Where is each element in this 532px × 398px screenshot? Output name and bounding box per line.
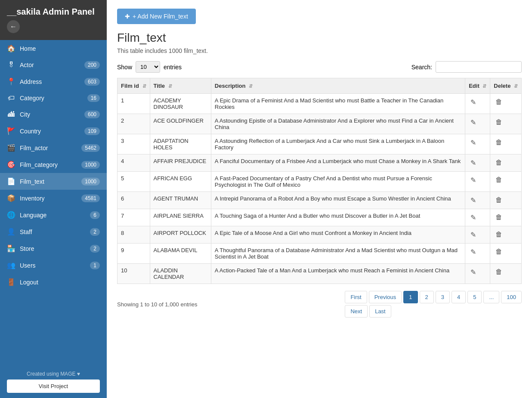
nav-left: 📦 Inventory xyxy=(7,194,45,202)
delete-button[interactable]: 🗑 xyxy=(494,158,504,167)
badge-actor: 200 xyxy=(84,61,100,69)
delete-button[interactable]: 🗑 xyxy=(494,213,504,222)
sidebar-label-category: Category xyxy=(20,95,44,102)
nav-left: 🏪 Store xyxy=(7,244,34,253)
sidebar-item-country[interactable]: 🚩 Country 109 xyxy=(0,123,107,139)
badge-staff: 2 xyxy=(90,228,100,236)
sidebar-label-film_actor: Film_actor xyxy=(20,145,48,151)
cell-edit: ✎ xyxy=(465,94,490,114)
page-btn-1[interactable]: 1 xyxy=(403,291,418,303)
sidebar-item-address[interactable]: 📍 Address 603 xyxy=(0,73,107,90)
sidebar-header: __sakila Admin Panel ← xyxy=(0,0,107,40)
sidebar-label-country: Country xyxy=(20,128,41,135)
cell-film-id: 7 xyxy=(118,209,150,226)
col-description[interactable]: Description ⇵ xyxy=(211,78,465,94)
sidebar-item-logout[interactable]: 🚪 Logout xyxy=(0,274,107,290)
cell-delete: 🗑 xyxy=(490,209,522,226)
delete-button[interactable]: 🗑 xyxy=(494,230,504,239)
nav-left: 👥 Users xyxy=(7,261,36,269)
page-btn-3[interactable]: 3 xyxy=(436,291,450,303)
cell-film-id: 1 xyxy=(118,94,150,114)
col-film-id[interactable]: Film id ⇵ xyxy=(118,78,150,94)
page-btn-Previous[interactable]: Previous xyxy=(369,291,402,303)
search-input[interactable] xyxy=(436,61,522,73)
logout-icon: 🚪 xyxy=(7,278,15,286)
cell-title: ACADEMY DINOSAUR xyxy=(150,94,211,114)
sidebar-item-film_category[interactable]: 🎯 Film_category 1000 xyxy=(0,156,107,173)
nav-left: 📍 Address xyxy=(7,77,42,86)
cell-film-id: 8 xyxy=(118,226,150,244)
edit-button[interactable]: ✎ xyxy=(469,195,478,205)
cell-description: A Astounding Reflection of a Lumberjack … xyxy=(211,134,465,154)
sidebar-item-home[interactable]: 🏠 Home xyxy=(0,40,107,57)
cell-edit: ✎ xyxy=(465,264,490,284)
page-btn-100[interactable]: 100 xyxy=(501,291,522,303)
delete-button[interactable]: 🗑 xyxy=(494,138,504,147)
edit-button[interactable]: ✎ xyxy=(469,230,478,240)
cell-edit: ✎ xyxy=(465,226,490,244)
cell-description: A Touching Saga of a Hunter And a Butler… xyxy=(211,209,465,226)
table-controls: Show 10 25 50 100 entries Search: xyxy=(117,61,522,73)
badge-film_category: 1000 xyxy=(81,161,100,169)
sidebar-item-film_text[interactable]: 📄 Film_text 1000 xyxy=(0,173,107,190)
page-btn-2[interactable]: 2 xyxy=(420,291,434,303)
col-edit[interactable]: Edit ⇵ xyxy=(465,78,490,94)
country-icon: 🚩 xyxy=(7,127,15,135)
film_category-icon: 🎯 xyxy=(7,160,15,169)
cell-title: AIRPLANE SIERRA xyxy=(150,209,211,226)
cell-delete: 🗑 xyxy=(490,244,522,264)
table-row: 1 ACADEMY DINOSAUR A Epic Drama of a Fem… xyxy=(118,94,522,114)
cell-title: AFRICAN EGG xyxy=(150,172,211,192)
visit-project-button[interactable]: Visit Project xyxy=(7,379,100,393)
badge-country: 109 xyxy=(84,127,100,135)
page-btn-last[interactable]: Last xyxy=(369,305,391,318)
page-btn-...[interactable]: ... xyxy=(483,291,499,303)
sidebar-label-city: City xyxy=(20,111,30,118)
sidebar-label-users: Users xyxy=(20,262,36,269)
page-btn-next[interactable]: Next xyxy=(345,305,368,318)
delete-button[interactable]: 🗑 xyxy=(494,267,504,277)
back-button[interactable]: ← xyxy=(7,20,20,33)
edit-button[interactable]: ✎ xyxy=(469,247,478,257)
delete-button[interactable]: 🗑 xyxy=(494,117,504,127)
edit-button[interactable]: ✎ xyxy=(469,267,478,277)
page-btn-First[interactable]: First xyxy=(345,291,367,303)
sort-icon-title: ⇵ xyxy=(168,83,172,89)
edit-button[interactable]: ✎ xyxy=(469,158,478,168)
sidebar-item-film_actor[interactable]: 🎬 Film_actor 5462 xyxy=(0,139,107,156)
page-title: Film_text xyxy=(117,31,522,45)
nav-left: 🌐 Language xyxy=(7,211,46,219)
edit-button[interactable]: ✎ xyxy=(469,175,478,185)
delete-button[interactable]: 🗑 xyxy=(494,195,504,205)
col-delete[interactable]: Delete ⇵ xyxy=(490,78,522,94)
sidebar-item-store[interactable]: 🏪 Store 2 xyxy=(0,240,107,257)
delete-button[interactable]: 🗑 xyxy=(494,97,504,107)
sidebar-item-language[interactable]: 🌐 Language 6 xyxy=(0,207,107,223)
col-title[interactable]: Title ⇵ xyxy=(150,78,211,94)
edit-button[interactable]: ✎ xyxy=(469,213,478,222)
badge-language: 6 xyxy=(90,211,100,219)
page-btn-5[interactable]: 5 xyxy=(467,291,482,303)
sidebar-item-category[interactable]: 🏷 Category 16 xyxy=(0,90,107,106)
table-row: 4 AFFAIR PREJUDICE A Fanciful Documentar… xyxy=(118,154,522,172)
sidebar-item-inventory[interactable]: 📦 Inventory 4581 xyxy=(0,190,107,207)
add-film-text-button[interactable]: ✚ + Add New Film_text xyxy=(117,9,196,24)
sidebar-item-users[interactable]: 👥 Users 1 xyxy=(0,257,107,274)
cell-title: ACE GOLDFINGER xyxy=(150,114,211,134)
cell-edit: ✎ xyxy=(465,134,490,154)
sidebar-item-city[interactable]: 🏙 City 600 xyxy=(0,106,107,123)
delete-button[interactable]: 🗑 xyxy=(494,247,504,256)
staff-icon: 👤 xyxy=(7,228,15,236)
entries-select[interactable]: 10 25 50 100 xyxy=(136,61,160,73)
page-btn-4[interactable]: 4 xyxy=(452,291,466,303)
sidebar-item-staff[interactable]: 👤 Staff 2 xyxy=(0,223,107,240)
edit-button[interactable]: ✎ xyxy=(469,117,478,127)
edit-button[interactable]: ✎ xyxy=(469,97,478,107)
edit-button[interactable]: ✎ xyxy=(469,138,478,148)
table-row: 8 AIRPORT POLLOCK A Epic Tale of a Moose… xyxy=(118,226,522,244)
nav-left: 🏙 City xyxy=(7,111,30,118)
sidebar-item-actor[interactable]: 🎖 Actor 200 xyxy=(0,57,107,73)
cell-film-id: 5 xyxy=(118,172,150,192)
delete-button[interactable]: 🗑 xyxy=(494,175,504,185)
cell-film-id: 10 xyxy=(118,264,150,284)
